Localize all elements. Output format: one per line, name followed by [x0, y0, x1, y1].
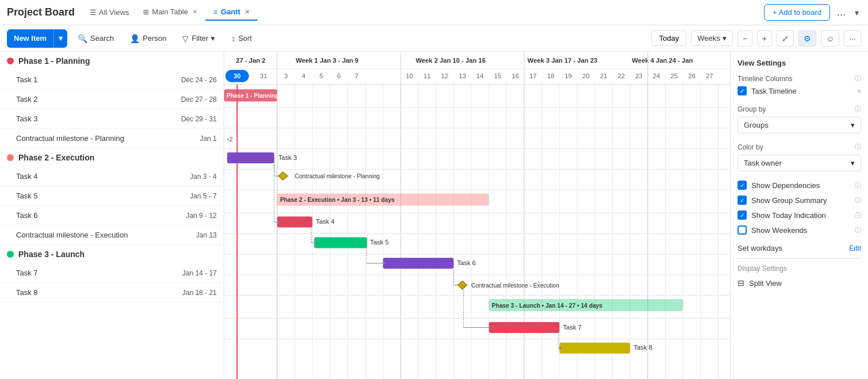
show-today-checkbox[interactable]: ✓: [738, 210, 747, 220]
toolbar-right: Today Weeks ▾ − + ⤢ ⚙ ☺ ···: [651, 30, 861, 47]
svg-text:10: 10: [406, 72, 413, 79]
show-dep-info[interactable]: ⓘ: [855, 181, 861, 190]
search-action[interactable]: 🔍 Search: [72, 31, 120, 46]
svg-text:23: 23: [635, 72, 643, 79]
split-view-icon: ⊟: [738, 278, 744, 288]
task-row[interactable]: Contractual milestone - Planning Jan 1: [0, 129, 224, 148]
person-action[interactable]: 👤 Person: [124, 31, 172, 46]
svg-text:20: 20: [582, 72, 590, 79]
checkmark-icon: ✓: [740, 197, 744, 204]
today-button[interactable]: Today: [651, 30, 686, 46]
group-phase1-header[interactable]: Phase 1 - Planning: [0, 52, 224, 70]
settings-button[interactable]: ⚙: [798, 30, 816, 47]
show-dependencies-checkbox[interactable]: ✓: [738, 181, 747, 190]
task-row[interactable]: Task 7 Jan 14 - 17: [0, 263, 224, 283]
checkmark-icon: ✓: [740, 212, 744, 219]
task-row[interactable]: Task 3 Dec 29 - 31: [0, 109, 224, 129]
show-group-summary-checkbox[interactable]: ✓: [738, 196, 747, 205]
new-item-button[interactable]: New Item ▾: [7, 29, 67, 48]
tab-main-table[interactable]: ⊞ Main Table ✕: [135, 4, 206, 21]
color-by-section: Color by ⓘ Task owner ▾: [738, 143, 861, 171]
tab-main-table-close[interactable]: ✕: [193, 9, 197, 15]
gantt-area: 27 - Jan 2 Week 1 Jan 3 - Jan 9 Week 2 J…: [224, 52, 730, 379]
svg-text:Contractual milestone - Execut: Contractual milestone - Execution: [471, 282, 559, 289]
task-timeline-checkbox[interactable]: ✓: [738, 86, 747, 95]
show-dependencies-item: ✓ Show Dependencies ⓘ: [738, 181, 861, 190]
task-row[interactable]: Task 6 Jan 9 - 12: [0, 206, 224, 225]
split-view-row[interactable]: ⊟ Split View: [738, 278, 861, 288]
svg-text:Task 5: Task 5: [370, 239, 389, 246]
smiley-button[interactable]: ☺: [821, 30, 839, 47]
checkboxes-section: ✓ Show Dependencies ⓘ ✓ Show Group Summa…: [738, 181, 861, 235]
timeline-columns-info[interactable]: ⓘ: [855, 74, 861, 83]
group-by-chevron: ▾: [851, 121, 855, 129]
svg-text:25: 25: [671, 72, 678, 79]
fullscreen-button[interactable]: ⤢: [777, 30, 794, 47]
sort-action[interactable]: ↕ Sort: [225, 31, 258, 46]
group-phase2-header[interactable]: Phase 2 - Execution: [0, 148, 224, 167]
add-to-board-button[interactable]: + Add to board: [764, 4, 830, 21]
color-by-info[interactable]: ⓘ: [855, 143, 861, 151]
show-weekends-checkbox[interactable]: [738, 225, 747, 235]
header-more-button[interactable]: ...: [835, 4, 848, 21]
phase1-dot: [7, 58, 14, 64]
task-row[interactable]: Contractual milestone - Execution Jan 13: [0, 225, 224, 245]
panel-divider: [738, 258, 861, 259]
toolbar-more-button[interactable]: ···: [844, 30, 861, 47]
svg-rect-110: [489, 322, 559, 333]
group-by-info[interactable]: ⓘ: [855, 105, 861, 113]
task-row[interactable]: Task 8 Jan 18 - 21: [0, 283, 224, 303]
svg-text:13: 13: [459, 72, 466, 79]
group-by-section: Group by ⓘ Groups ▾: [738, 105, 861, 133]
color-by-chevron: ▾: [851, 159, 855, 167]
svg-rect-99: [383, 258, 454, 269]
show-group-info[interactable]: ⓘ: [855, 196, 861, 205]
header-chevron-button[interactable]: ▾: [852, 6, 861, 20]
svg-text:14: 14: [477, 72, 484, 79]
toolbar: New Item ▾ 🔍 Search 👤 Person ▽ Filter ▾ …: [0, 25, 868, 52]
filter-chevron: ▾: [211, 34, 215, 43]
weeks-selector[interactable]: Weeks ▾: [691, 30, 733, 46]
tab-group: ⊞ Main Table ✕ ≡ Gantt ✕: [135, 4, 258, 21]
left-panel: Phase 1 - Planning Task 1 Dec 24 - 26 Ta…: [0, 52, 224, 379]
task-row[interactable]: Task 2 Dec 27 - 28: [0, 90, 224, 109]
color-by-dropdown[interactable]: Task owner ▾: [738, 155, 861, 171]
task-row[interactable]: Task 1 Dec 24 - 26: [0, 70, 224, 90]
gantt-icon: ≡: [213, 8, 217, 16]
tab-gantt[interactable]: ≡ Gantt ✕: [205, 4, 258, 21]
group-by-dropdown[interactable]: Groups ▾: [738, 117, 861, 133]
svg-text:22: 22: [617, 72, 625, 79]
task-timeline-info[interactable]: ≡: [858, 87, 861, 94]
svg-text:Task 3: Task 3: [278, 154, 297, 160]
svg-text:4: 4: [302, 72, 306, 79]
svg-text:30: 30: [233, 72, 241, 79]
svg-rect-81: [227, 152, 274, 163]
task-row[interactable]: Task 4 Jan 3 - 4: [0, 167, 224, 186]
phase3-dot: [7, 251, 14, 258]
svg-text:19: 19: [564, 72, 572, 79]
svg-text:26: 26: [688, 72, 696, 79]
show-weekends-info[interactable]: ⓘ: [855, 226, 861, 235]
zoom-out-button[interactable]: −: [738, 30, 752, 47]
edit-workdays-link[interactable]: Edit: [849, 244, 861, 252]
all-views-button[interactable]: ☰ All Views: [84, 5, 135, 20]
svg-text:17: 17: [529, 72, 537, 79]
svg-text:Task 6: Task 6: [457, 259, 475, 266]
svg-text:Phase 2 - Execution • Jan 3 - : Phase 2 - Execution • Jan 3 - 13 • 11 da…: [280, 197, 394, 203]
timeline-columns-label: Timeline Columns ⓘ: [738, 74, 861, 83]
svg-text:11: 11: [424, 72, 431, 79]
group-phase3-header[interactable]: Phase 3 - Launch: [0, 245, 224, 263]
filter-action[interactable]: ▽ Filter ▾: [176, 31, 221, 46]
checkmark-icon: ✓: [740, 182, 744, 189]
svg-text:Phase 1 - Planning • Dec 24 - : Phase 1 - Planning • Dec 24 - Jan 1 • 9 …: [226, 93, 347, 99]
tab-gantt-close[interactable]: ✕: [245, 9, 249, 15]
checkmark-icon: ✓: [740, 88, 744, 94]
new-item-caret[interactable]: ▾: [53, 29, 67, 48]
sort-icon: ↕: [231, 34, 235, 43]
show-today-item: ✓ Show Today Indication ⓘ: [738, 210, 861, 220]
task-row[interactable]: Task 5 Jan 5 - 7: [0, 186, 224, 206]
svg-text:7: 7: [355, 72, 358, 79]
zoom-in-button[interactable]: +: [757, 30, 772, 47]
show-today-info[interactable]: ⓘ: [855, 211, 861, 220]
svg-text:15: 15: [494, 72, 502, 79]
